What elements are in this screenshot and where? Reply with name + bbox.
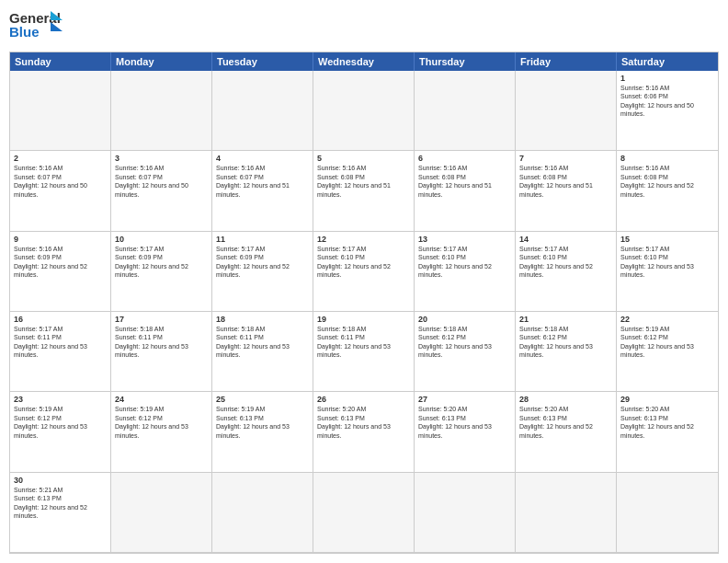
calendar-day-15: 15Sunrise: 5:17 AM Sunset: 6:10 PM Dayli… <box>617 232 718 312</box>
day-header-wednesday: Wednesday <box>313 52 415 71</box>
day-number: 11 <box>216 235 309 244</box>
day-info: Sunrise: 5:16 AM Sunset: 6:06 PM Dayligh… <box>620 84 714 119</box>
logo-graphic: GeneralBlue <box>9 9 64 44</box>
day-number: 9 <box>14 235 107 244</box>
header: GeneralBlue <box>9 9 719 44</box>
calendar-day-19: 19Sunrise: 5:18 AM Sunset: 6:11 PM Dayli… <box>313 312 415 392</box>
day-info: Sunrise: 5:17 AM Sunset: 6:10 PM Dayligh… <box>317 245 410 280</box>
calendar-day-29: 29Sunrise: 5:20 AM Sunset: 6:13 PM Dayli… <box>617 392 718 472</box>
calendar-day-12: 12Sunrise: 5:17 AM Sunset: 6:10 PM Dayli… <box>313 232 415 312</box>
day-info: Sunrise: 5:20 AM Sunset: 6:13 PM Dayligh… <box>418 405 511 440</box>
day-header-thursday: Thursday <box>415 52 516 71</box>
day-info: Sunrise: 5:17 AM Sunset: 6:10 PM Dayligh… <box>519 245 612 280</box>
day-info: Sunrise: 5:17 AM Sunset: 6:10 PM Dayligh… <box>620 245 714 280</box>
calendar-day-17: 17Sunrise: 5:18 AM Sunset: 6:11 PM Dayli… <box>111 312 212 392</box>
day-header-sunday: Sunday <box>10 52 111 71</box>
day-number: 28 <box>519 395 612 404</box>
day-info: Sunrise: 5:18 AM Sunset: 6:11 PM Dayligh… <box>216 325 309 360</box>
calendar-day-20: 20Sunrise: 5:18 AM Sunset: 6:12 PM Dayli… <box>415 312 516 392</box>
day-number: 25 <box>216 395 309 404</box>
calendar-day-25: 25Sunrise: 5:19 AM Sunset: 6:13 PM Dayli… <box>212 392 313 472</box>
day-number: 1 <box>620 74 714 83</box>
day-number: 29 <box>620 395 714 404</box>
calendar-day-26: 26Sunrise: 5:20 AM Sunset: 6:13 PM Dayli… <box>313 392 415 472</box>
day-number: 3 <box>115 154 208 163</box>
day-info: Sunrise: 5:17 AM Sunset: 6:09 PM Dayligh… <box>115 245 208 280</box>
day-info: Sunrise: 5:17 AM Sunset: 6:09 PM Dayligh… <box>216 245 309 280</box>
day-number: 5 <box>317 154 410 163</box>
day-number: 2 <box>14 154 107 163</box>
day-number: 19 <box>317 315 410 324</box>
day-number: 27 <box>418 395 511 404</box>
calendar-day-24: 24Sunrise: 5:19 AM Sunset: 6:12 PM Dayli… <box>111 392 212 472</box>
day-number: 21 <box>519 315 612 324</box>
calendar-day-5: 5Sunrise: 5:16 AM Sunset: 6:08 PM Daylig… <box>313 151 415 231</box>
day-info: Sunrise: 5:16 AM Sunset: 6:09 PM Dayligh… <box>14 245 107 280</box>
day-info: Sunrise: 5:16 AM Sunset: 6:07 PM Dayligh… <box>216 164 309 199</box>
day-number: 10 <box>115 235 208 244</box>
calendar-day-3: 3Sunrise: 5:16 AM Sunset: 6:07 PM Daylig… <box>111 151 212 231</box>
calendar-day-11: 11Sunrise: 5:17 AM Sunset: 6:09 PM Dayli… <box>212 232 313 312</box>
calendar-day-7: 7Sunrise: 5:16 AM Sunset: 6:08 PM Daylig… <box>516 151 617 231</box>
day-number: 24 <box>115 395 208 404</box>
day-info: Sunrise: 5:20 AM Sunset: 6:13 PM Dayligh… <box>519 405 612 440</box>
calendar-day-4: 4Sunrise: 5:16 AM Sunset: 6:07 PM Daylig… <box>212 151 313 231</box>
day-info: Sunrise: 5:16 AM Sunset: 6:08 PM Dayligh… <box>620 164 714 199</box>
day-info: Sunrise: 5:19 AM Sunset: 6:13 PM Dayligh… <box>216 405 309 440</box>
day-number: 30 <box>14 476 107 485</box>
calendar-day-10: 10Sunrise: 5:17 AM Sunset: 6:09 PM Dayli… <box>111 232 212 312</box>
day-number: 6 <box>418 154 511 163</box>
calendar-day-22: 22Sunrise: 5:19 AM Sunset: 6:12 PM Dayli… <box>617 312 718 392</box>
calendar-day-28: 28Sunrise: 5:20 AM Sunset: 6:13 PM Dayli… <box>516 392 617 472</box>
day-info: Sunrise: 5:21 AM Sunset: 6:13 PM Dayligh… <box>14 486 107 521</box>
day-number: 13 <box>418 235 511 244</box>
calendar: SundayMondayTuesdayWednesdayThursdayFrid… <box>9 52 719 554</box>
calendar-day-14: 14Sunrise: 5:17 AM Sunset: 6:10 PM Dayli… <box>516 232 617 312</box>
day-info: Sunrise: 5:16 AM Sunset: 6:08 PM Dayligh… <box>317 164 410 199</box>
day-info: Sunrise: 5:19 AM Sunset: 6:12 PM Dayligh… <box>620 325 714 360</box>
calendar-empty <box>516 71 617 151</box>
day-number: 14 <box>519 235 612 244</box>
calendar-empty <box>10 71 111 151</box>
day-header-friday: Friday <box>516 52 617 71</box>
day-info: Sunrise: 5:17 AM Sunset: 6:11 PM Dayligh… <box>14 325 107 360</box>
calendar-day-1: 1Sunrise: 5:16 AM Sunset: 6:06 PM Daylig… <box>617 71 718 151</box>
calendar-day-9: 9Sunrise: 5:16 AM Sunset: 6:09 PM Daylig… <box>10 232 111 312</box>
day-number: 15 <box>620 235 714 244</box>
calendar-empty <box>415 473 516 553</box>
day-info: Sunrise: 5:16 AM Sunset: 6:08 PM Dayligh… <box>418 164 511 199</box>
calendar-day-2: 2Sunrise: 5:16 AM Sunset: 6:07 PM Daylig… <box>10 151 111 231</box>
day-number: 8 <box>620 154 714 163</box>
page: GeneralBlue SundayMondayTuesdayWednesday… <box>0 0 728 563</box>
calendar-empty <box>415 71 516 151</box>
day-number: 7 <box>519 154 612 163</box>
calendar-empty <box>617 473 718 553</box>
day-number: 4 <box>216 154 309 163</box>
day-header-monday: Monday <box>111 52 212 71</box>
calendar-day-30: 30Sunrise: 5:21 AM Sunset: 6:13 PM Dayli… <box>10 473 111 553</box>
day-number: 16 <box>14 315 107 324</box>
calendar-empty <box>111 71 212 151</box>
day-info: Sunrise: 5:18 AM Sunset: 6:12 PM Dayligh… <box>519 325 612 360</box>
calendar-day-21: 21Sunrise: 5:18 AM Sunset: 6:12 PM Dayli… <box>516 312 617 392</box>
day-number: 17 <box>115 315 208 324</box>
day-header-tuesday: Tuesday <box>212 52 313 71</box>
calendar-grid: 1Sunrise: 5:16 AM Sunset: 6:06 PM Daylig… <box>10 71 718 553</box>
calendar-day-18: 18Sunrise: 5:18 AM Sunset: 6:11 PM Dayli… <box>212 312 313 392</box>
day-info: Sunrise: 5:20 AM Sunset: 6:13 PM Dayligh… <box>317 405 410 440</box>
day-number: 18 <box>216 315 309 324</box>
calendar-day-23: 23Sunrise: 5:19 AM Sunset: 6:12 PM Dayli… <box>10 392 111 472</box>
day-number: 20 <box>418 315 511 324</box>
day-info: Sunrise: 5:20 AM Sunset: 6:13 PM Dayligh… <box>620 405 714 440</box>
svg-text:Blue: Blue <box>9 24 40 40</box>
calendar-day-13: 13Sunrise: 5:17 AM Sunset: 6:10 PM Dayli… <box>415 232 516 312</box>
calendar-empty <box>212 71 313 151</box>
day-info: Sunrise: 5:18 AM Sunset: 6:11 PM Dayligh… <box>317 325 410 360</box>
calendar-empty <box>516 473 617 553</box>
day-info: Sunrise: 5:16 AM Sunset: 6:07 PM Dayligh… <box>14 164 107 199</box>
calendar-empty <box>313 71 415 151</box>
day-info: Sunrise: 5:18 AM Sunset: 6:11 PM Dayligh… <box>115 325 208 360</box>
calendar-empty <box>212 473 313 553</box>
day-header-saturday: Saturday <box>617 52 718 71</box>
calendar-day-16: 16Sunrise: 5:17 AM Sunset: 6:11 PM Dayli… <box>10 312 111 392</box>
